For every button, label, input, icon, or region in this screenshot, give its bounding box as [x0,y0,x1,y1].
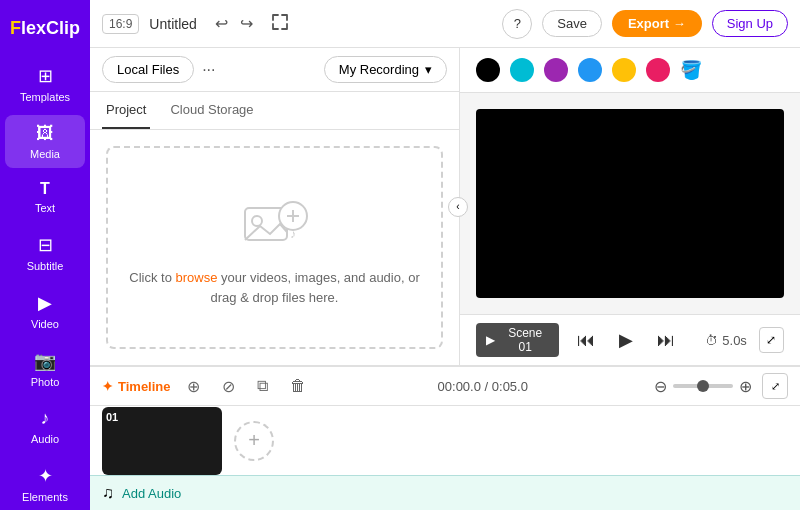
upload-icon: ♪ [235,188,315,252]
panel-toolbar: Local Files ··· My Recording ▾ [90,48,459,92]
photo-icon: 📷 [34,350,56,372]
drop-text: Click to browse your videos, images, and… [128,268,421,307]
sidebar-item-elements[interactable]: ✦ Elements [5,457,85,510]
zoom-control: ⊖ ⊕ [654,377,752,396]
music-icon: ♫ [102,484,114,502]
add-audio-bar[interactable]: ♫ Add Audio [90,475,800,510]
sidebar: FlexClip ⊞ Templates 🖼 Media T Text ⊟ Su… [0,0,90,510]
save-button[interactable]: Save [542,10,602,37]
scene-label: Scene 01 [501,326,549,354]
sidebar-item-label: Subtitle [27,260,64,272]
copy-button[interactable]: ⧉ [251,375,274,397]
add-scene-button[interactable]: + [234,421,274,461]
signup-button[interactable]: Sign Up [712,10,788,37]
elements-icon: ✦ [38,465,53,487]
fullscreen-icon [271,13,289,31]
topbar: 16:9 Untitled ↩ ↪ ? Save Export → Sign U… [90,0,800,48]
timeline-icon: ✦ [102,379,113,394]
play-button[interactable]: ▶ [613,327,639,353]
templates-icon: ⊞ [38,65,53,87]
sidebar-item-label: Video [31,318,59,330]
duration-display: ⏱ 5.0s [705,333,747,348]
sidebar-item-video[interactable]: ▶ Video [5,284,85,338]
video-icon: ▶ [38,292,52,314]
tabs: Project Cloud Storage [90,92,459,130]
sidebar-item-label: Photo [31,376,60,388]
time-value: 5.0s [722,333,747,348]
tab-cloud-storage[interactable]: Cloud Storage [166,92,257,129]
media-icon: 🖼 [36,123,54,144]
redo-button[interactable]: ↪ [236,10,257,37]
player-controls: ▶ Scene 01 ⏮ ▶ ⏭ ⏱ 5.0s ⤢ [460,314,800,365]
color-swatch-yellow[interactable] [612,58,636,82]
content-inner: Local Files ··· My Recording ▾ Project C… [90,48,800,365]
subtitle-icon: ⊟ [38,234,53,256]
tab-project[interactable]: Project [102,92,150,129]
audio-icon: ♪ [41,408,50,429]
play-small-icon: ▶ [486,333,495,347]
timeline-area: ✦ Timeline ⊕ ⊘ ⧉ 🗑 00:00.0 / 0:05.0 ⊖ ⊕ … [90,365,800,510]
add-audio-label: Add Audio [122,486,181,501]
undo-redo-group: ↩ ↪ [211,10,257,37]
split-button[interactable]: ⊘ [216,375,241,398]
delete-button[interactable]: 🗑 [284,375,312,397]
main-area: 16:9 Untitled ↩ ↪ ? Save Export → Sign U… [90,0,800,510]
project-name[interactable]: Untitled [149,16,196,32]
sidebar-item-label: Templates [20,91,70,103]
more-button[interactable]: ··· [202,61,215,79]
clock-icon: ⏱ [705,333,718,348]
skip-forward-button[interactable]: ⏭ [651,328,681,353]
scene-badge[interactable]: ▶ Scene 01 [476,323,559,357]
timeline-label: ✦ Timeline [102,379,171,394]
color-swatch-pink[interactable] [646,58,670,82]
undo-button[interactable]: ↩ [211,10,232,37]
timeline-toolbar: ✦ Timeline ⊕ ⊘ ⧉ 🗑 00:00.0 / 0:05.0 ⊖ ⊕ … [90,367,800,406]
collapse-panel-button[interactable]: ‹ [448,197,468,217]
chevron-down-icon: ▾ [425,62,432,77]
video-clip-01[interactable]: 01 [102,407,222,475]
sidebar-item-label: Elements [22,491,68,503]
sidebar-item-text[interactable]: T Text [5,172,85,222]
color-fill-icon[interactable]: 🪣 [680,59,702,81]
aspect-ratio-badge: 16:9 [102,14,139,34]
color-swatch-blue[interactable] [578,58,602,82]
sidebar-item-subtitle[interactable]: ⊟ Subtitle [5,226,85,280]
text-icon: T [40,180,50,198]
right-panel: 🪣 ▶ Scene 01 ⏮ ▶ ⏭ ⏱ 5.0s [460,48,800,365]
fit-button[interactable]: ⤢ [762,373,788,399]
sidebar-item-label: Text [35,202,55,214]
sidebar-item-media[interactable]: 🖼 Media [5,115,85,168]
help-button[interactable]: ? [502,9,532,39]
color-palette: 🪣 [460,48,800,93]
skip-back-button[interactable]: ⏮ [571,328,601,353]
color-swatch-purple[interactable] [544,58,568,82]
svg-text:♪: ♪ [290,227,296,241]
sidebar-item-label: Media [30,148,60,160]
my-recording-button[interactable]: My Recording ▾ [324,56,447,83]
clip-number: 01 [106,411,118,423]
logo: FlexClip [0,8,90,53]
zoom-slider[interactable] [673,384,733,388]
browse-link[interactable]: browse [175,270,217,285]
sidebar-item-audio[interactable]: ♪ Audio [5,400,85,453]
sidebar-item-templates[interactable]: ⊞ Templates [5,57,85,111]
zoom-handle[interactable] [697,380,709,392]
zoom-out-button[interactable]: ⊖ [654,377,667,396]
export-button[interactable]: Export → [612,10,702,37]
video-preview [476,109,784,298]
left-panel: Local Files ··· My Recording ▾ Project C… [90,48,460,365]
fullscreen-button[interactable] [267,9,293,38]
add-clip-button[interactable]: ⊕ [181,375,206,398]
expand-button[interactable]: ⤢ [759,327,784,353]
sidebar-item-label: Audio [31,433,59,445]
local-files-button[interactable]: Local Files [102,56,194,83]
sidebar-item-photo[interactable]: 📷 Photo [5,342,85,396]
drop-zone[interactable]: ♪ Click to browse your videos, images, a… [106,146,443,349]
color-swatch-teal[interactable] [510,58,534,82]
timeline-time: 00:00.0 / 0:05.0 [438,379,528,394]
recording-label: My Recording [339,62,419,77]
timeline-content: 01 + [90,406,800,475]
content-area: Local Files ··· My Recording ▾ Project C… [90,48,800,365]
zoom-in-button[interactable]: ⊕ [739,377,752,396]
color-swatch-black[interactable] [476,58,500,82]
